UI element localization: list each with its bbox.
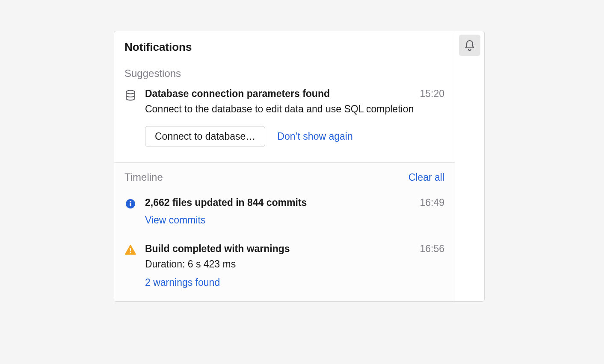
timeline-header: Timeline Clear all [114, 163, 455, 188]
clear-all-link[interactable]: Clear all [409, 172, 444, 183]
suggestion-head: Database connection parameters found 15:… [145, 88, 444, 100]
info-icon [124, 197, 136, 209]
suggestions-section: Suggestions Database connection paramete… [114, 57, 455, 162]
database-icon [124, 88, 136, 101]
svg-point-5 [130, 252, 131, 253]
timeline-item-time: 16:56 [420, 243, 444, 255]
suggestion-description: Connect to the database to edit data and… [145, 102, 415, 116]
connect-to-database-button[interactable]: Connect to database… [145, 126, 265, 147]
bell-icon [463, 39, 476, 52]
suggestions-label: Suggestions [114, 57, 455, 85]
svg-point-0 [126, 91, 135, 94]
timeline-item-actions: 2 warnings found [145, 277, 444, 288]
panel-header: Notifications [114, 31, 455, 57]
suggestion-actions: Connect to database… Don’t show again [145, 126, 444, 147]
panel-title: Notifications [124, 41, 444, 54]
timeline-item-title: 2,662 files updated in 844 commits [145, 197, 413, 208]
timeline-label: Timeline [124, 171, 163, 183]
suggestion-body: Database connection parameters found 15:… [145, 88, 444, 147]
timeline-item-body: Build completed with warnings 16:56 Dura… [145, 243, 444, 288]
timeline-item[interactable]: 2,662 files updated in 844 commits 16:49… [114, 194, 455, 226]
timeline-item-head: Build completed with warnings 16:56 [145, 243, 444, 255]
timeline-item[interactable]: Build completed with warnings 16:56 Dura… [114, 241, 455, 288]
timeline-item-body: 2,662 files updated in 844 commits 16:49… [145, 197, 444, 226]
suggestion-title: Database connection parameters found [145, 88, 413, 100]
timeline-item-description: Duration: 6 s 423 ms [145, 257, 415, 271]
svg-point-2 [130, 201, 131, 203]
timeline-item-actions: View commits [145, 214, 444, 226]
suggestion-time: 15:20 [420, 88, 444, 100]
notifications-bell-button[interactable] [459, 35, 480, 56]
timeline-item-head: 2,662 files updated in 844 commits 16:49 [145, 197, 444, 208]
panel-sidebar [455, 31, 484, 301]
dont-show-again-link[interactable]: Don’t show again [277, 131, 352, 142]
view-commits-link[interactable]: View commits [145, 214, 205, 226]
notifications-panel: Notifications Suggestions Database conne… [114, 31, 485, 302]
timeline-item-time: 16:49 [420, 197, 444, 208]
timeline-section: Timeline Clear all 2,662 files updated i… [114, 162, 455, 301]
svg-rect-4 [130, 248, 131, 252]
timeline-item-title: Build completed with warnings [145, 243, 413, 255]
suggestion-item[interactable]: Database connection parameters found 15:… [114, 85, 455, 147]
warning-icon [124, 243, 136, 255]
notifications-main: Notifications Suggestions Database conne… [114, 31, 455, 301]
svg-rect-3 [130, 203, 131, 206]
warnings-found-link[interactable]: 2 warnings found [145, 277, 220, 288]
